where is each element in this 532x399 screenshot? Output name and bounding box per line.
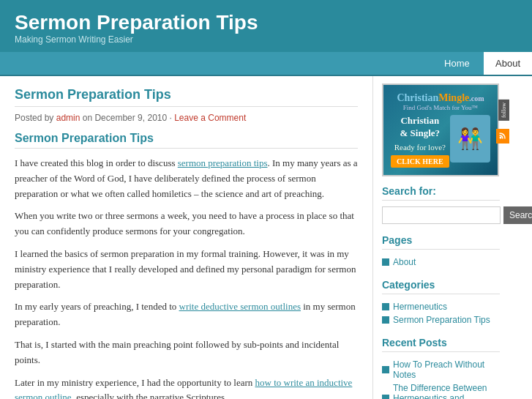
recent-post-1[interactable]: How To Preach Without Notes [393, 359, 500, 380]
deductive-outline-link[interactable]: write deductive sermon outlines [179, 301, 301, 312]
paragraph-4: In my early years of preaching, I tended… [15, 299, 358, 330]
recent-posts-heading: Recent Posts [382, 337, 500, 352]
bullet-icon [382, 258, 389, 266]
paragraph-3: I learned the basics of sermon preparati… [15, 247, 358, 292]
comment-link[interactable]: Leave a Comment [174, 113, 246, 123]
ad-sub: Ready for love? [391, 143, 449, 152]
pages-heading: Pages [382, 234, 500, 250]
sermon-prep-tips-link[interactable]: sermon preparation tips [178, 157, 268, 168]
post-meta: Posted by admin on December 9, 2010 · Le… [15, 113, 358, 123]
sidebar-pages-section: Pages About [382, 234, 500, 269]
paragraph-1: I have created this blog in order to dis… [15, 156, 358, 201]
list-item: The Difference Between Hermeneutics and … [382, 381, 500, 399]
list-item: About [382, 256, 500, 269]
post-title: Sermon Preparation Tips [15, 87, 358, 107]
pages-about-link[interactable]: About [393, 257, 416, 267]
list-item: Sermon Preparation Tips [382, 313, 500, 327]
ad-tagline: Find God's Match for You™ [391, 104, 490, 111]
search-input[interactable] [382, 206, 501, 224]
rss-sidebar-icon[interactable] [496, 129, 509, 143]
search-heading: Search for: [382, 185, 500, 201]
nav-home[interactable]: Home [432, 52, 482, 75]
recent-posts-list: How To Preach Without Notes The Differen… [382, 358, 500, 399]
category-sermon-prep[interactable]: Sermon Preparation Tips [393, 315, 490, 325]
list-item: Hermeneutics [382, 300, 500, 313]
follow-tab[interactable]: follow [498, 100, 509, 121]
pages-list: About [382, 256, 500, 269]
categories-heading: Categories [382, 279, 500, 294]
ad-main: Christian& Single? [391, 115, 449, 140]
category-hermeneutics[interactable]: Hermeneutics [393, 302, 447, 312]
paragraph-6: Later in my ministry experience, I had t… [15, 376, 358, 399]
nav-about[interactable]: About [484, 52, 532, 75]
ad-logo: ChristianMingle.com [391, 92, 490, 104]
paragraph-5: That is, I started with the main preachi… [15, 338, 358, 368]
content-heading: Sermon Preparation Tips [15, 132, 358, 149]
svg-point-7 [500, 137, 502, 139]
bullet-icon [382, 366, 389, 373]
ad-photo: 👫 [450, 115, 490, 163]
sidebar-search-section: Search for: Search [382, 185, 500, 224]
list-item: How To Preach Without Notes [382, 358, 500, 381]
categories-list: Hermeneutics Sermon Preparation Tips [382, 300, 500, 327]
inductive-outline-link[interactable]: how to write an inductive sermon outline [15, 377, 352, 399]
recent-post-2[interactable]: The Difference Between Hermeneutics and … [393, 383, 500, 399]
ad-cta-button[interactable]: CLICK HERE [391, 155, 449, 168]
author-link[interactable]: admin [56, 113, 80, 123]
post-content: I have created this blog in order to dis… [15, 156, 358, 399]
sidebar-recent-posts-section: Recent Posts How To Preach Without Notes… [382, 337, 500, 399]
site-title: Sermon Preparation Tips [15, 11, 517, 34]
bullet-icon [382, 395, 389, 399]
site-subtitle: Making Sermon Writing Easier [15, 34, 517, 45]
paragraph-2: When you write two or three sermons a we… [15, 209, 358, 239]
sidebar-categories-section: Categories Hermeneutics Sermon Preparati… [382, 279, 500, 327]
bullet-icon [382, 303, 389, 310]
sidebar-ad: ChristianMingle.com Find God's Match for… [382, 83, 500, 176]
bullet-icon [382, 316, 389, 324]
search-button[interactable]: Search [503, 206, 532, 224]
